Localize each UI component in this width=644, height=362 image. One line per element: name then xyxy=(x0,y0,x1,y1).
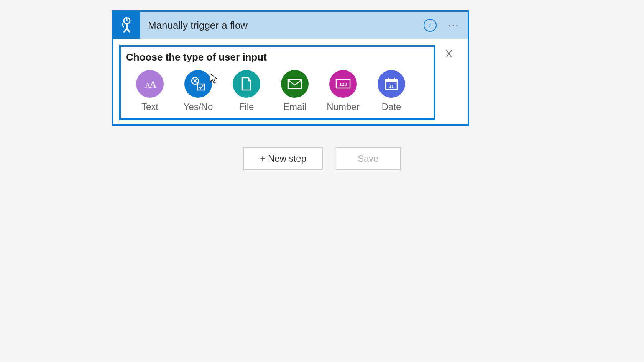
input-option-date[interactable]: 21 Date xyxy=(378,70,405,112)
trigger-brand-icon xyxy=(113,12,140,39)
option-label: Number xyxy=(327,102,359,112)
option-label: Yes/No xyxy=(184,102,213,112)
yesno-icon xyxy=(184,70,212,98)
svg-rect-8 xyxy=(197,84,204,90)
action-bar: + New step Save xyxy=(0,147,644,170)
card-body: Choose the type of user input A A Text xyxy=(113,39,468,124)
option-label: File xyxy=(239,102,254,112)
close-panel-button[interactable]: X xyxy=(435,45,462,60)
card-header: Manually trigger a flow i ··· xyxy=(113,12,468,39)
option-label: Text xyxy=(141,102,158,112)
text-icon: A A xyxy=(136,70,164,98)
info-icon[interactable]: i xyxy=(424,19,437,32)
number-icon: 123 xyxy=(329,70,357,98)
card-title: Manually trigger a flow xyxy=(148,20,424,31)
date-icon: 21 xyxy=(378,70,405,98)
option-label: Email xyxy=(283,102,306,112)
svg-text:123: 123 xyxy=(339,81,347,87)
email-icon xyxy=(281,70,309,98)
input-type-panel: Choose the type of user input A A Text xyxy=(119,45,435,120)
svg-text:21: 21 xyxy=(389,84,394,89)
save-button: Save xyxy=(336,147,401,170)
file-icon xyxy=(233,70,260,98)
more-menu-icon[interactable]: ··· xyxy=(448,20,459,31)
input-options-row: A A Text xyxy=(125,70,429,112)
input-option-file[interactable]: File xyxy=(233,70,260,112)
option-label: Date xyxy=(382,102,401,112)
input-option-yesno[interactable]: Yes/No xyxy=(184,70,212,112)
input-option-email[interactable]: Email xyxy=(281,70,309,112)
new-step-button[interactable]: + New step xyxy=(243,147,323,170)
header-actions: i ··· xyxy=(424,19,468,32)
svg-rect-9 xyxy=(288,79,301,88)
input-option-number[interactable]: 123 Number xyxy=(329,70,357,112)
input-option-text[interactable]: A A Text xyxy=(136,70,164,112)
svg-text:A: A xyxy=(150,79,157,90)
panel-title: Choose the type of user input xyxy=(125,51,429,63)
trigger-card: Manually trigger a flow i ··· Choose the… xyxy=(112,10,469,126)
svg-rect-13 xyxy=(386,79,397,82)
